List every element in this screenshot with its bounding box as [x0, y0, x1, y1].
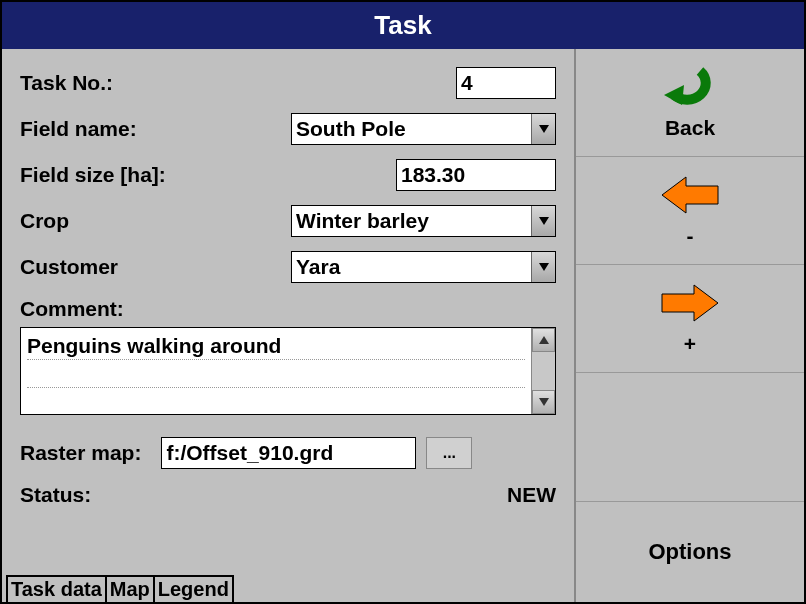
- svg-marker-5: [664, 85, 684, 105]
- comment-label: Comment:: [20, 297, 124, 321]
- svg-marker-2: [539, 263, 549, 271]
- comment-box: Penguins walking around: [20, 327, 556, 415]
- scroll-down-icon[interactable]: [532, 390, 555, 414]
- comment-textarea[interactable]: Penguins walking around: [21, 328, 531, 414]
- field-name-combo[interactable]: South Pole: [291, 113, 556, 145]
- tab-bar: Task data Map Legend: [2, 575, 574, 602]
- options-button[interactable]: Options: [576, 502, 804, 602]
- back-label: Back: [665, 116, 715, 140]
- window-title: Task: [2, 2, 804, 49]
- raster-input[interactable]: [161, 437, 416, 469]
- customer-label: Customer: [20, 255, 118, 279]
- row-field-size: Field size [ha]:: [20, 159, 556, 191]
- svg-marker-6: [662, 177, 718, 213]
- row-field-name: Field name: South Pole: [20, 113, 556, 145]
- task-no-label: Task No.:: [20, 71, 113, 95]
- chevron-down-icon[interactable]: [531, 114, 555, 144]
- crop-combo[interactable]: Winter barley: [291, 205, 556, 237]
- svg-marker-4: [539, 398, 549, 406]
- customer-combo[interactable]: Yara: [291, 251, 556, 283]
- window-body: Task No.: Field name: South Pole F: [2, 49, 804, 602]
- row-raster: Raster map: ...: [20, 437, 556, 469]
- back-button[interactable]: Back: [576, 49, 804, 157]
- field-name-label: Field name:: [20, 117, 137, 141]
- task-no-input[interactable]: [456, 67, 556, 99]
- field-size-label: Field size [ha]:: [20, 163, 166, 187]
- raster-label: Raster map:: [20, 441, 141, 465]
- browse-button[interactable]: ...: [426, 437, 472, 469]
- prev-button[interactable]: -: [576, 157, 804, 265]
- sidebar-spacer: [576, 373, 804, 502]
- row-crop: Crop Winter barley: [20, 205, 556, 237]
- chevron-down-icon[interactable]: [531, 252, 555, 282]
- crop-value: Winter barley: [292, 206, 531, 236]
- sidebar: Back - + Options: [574, 49, 804, 602]
- customer-value: Yara: [292, 252, 531, 282]
- svg-marker-7: [662, 285, 718, 321]
- comment-line-1: Penguins walking around: [27, 332, 525, 360]
- svg-marker-1: [539, 217, 549, 225]
- row-status: Status: NEW: [20, 483, 556, 507]
- comment-line-2: [27, 360, 525, 388]
- form-area: Task No.: Field name: South Pole F: [2, 49, 574, 575]
- row-customer: Customer Yara: [20, 251, 556, 283]
- tab-legend[interactable]: Legend: [153, 575, 234, 602]
- main-panel: Task No.: Field name: South Pole F: [2, 49, 574, 602]
- tab-task-data[interactable]: Task data: [6, 575, 107, 602]
- scroll-up-icon[interactable]: [532, 328, 555, 352]
- comment-scrollbar[interactable]: [531, 328, 555, 414]
- row-comment-label: Comment:: [20, 297, 556, 321]
- status-value: NEW: [507, 483, 556, 507]
- field-name-value: South Pole: [292, 114, 531, 144]
- status-label: Status:: [20, 483, 91, 507]
- row-task-no: Task No.:: [20, 67, 556, 99]
- tab-map[interactable]: Map: [105, 575, 155, 602]
- crop-label: Crop: [20, 209, 69, 233]
- svg-marker-3: [539, 336, 549, 344]
- back-arrow-icon: [662, 65, 718, 114]
- prev-label: -: [687, 224, 694, 248]
- task-window: Task Task No.: Field name: South Pole: [0, 0, 806, 604]
- svg-marker-0: [539, 125, 549, 133]
- next-label: +: [684, 332, 696, 356]
- chevron-down-icon[interactable]: [531, 206, 555, 236]
- arrow-right-icon: [660, 281, 720, 330]
- next-button[interactable]: +: [576, 265, 804, 373]
- arrow-left-icon: [660, 173, 720, 222]
- field-size-input[interactable]: [396, 159, 556, 191]
- scroll-track[interactable]: [532, 352, 555, 390]
